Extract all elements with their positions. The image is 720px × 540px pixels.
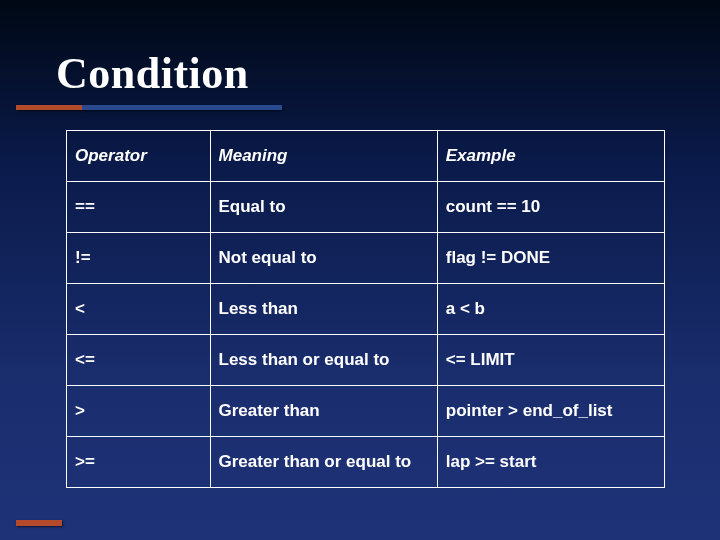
table-row: < Less than a < b: [67, 284, 665, 335]
table-row: <= Less than or equal to <= LIMIT: [67, 335, 665, 386]
table-row: > Greater than pointer > end_of_list: [67, 386, 665, 437]
accent-bar-long: [82, 105, 282, 110]
table-container: Operator Meaning Example == Equal to cou…: [66, 130, 665, 488]
cell-operator: ==: [67, 182, 211, 233]
cell-meaning: Greater than or equal to: [210, 437, 437, 488]
cell-example: lap >= start: [437, 437, 664, 488]
accent-bar-short: [16, 105, 86, 110]
header-operator: Operator: [67, 131, 211, 182]
cell-example: a < b: [437, 284, 664, 335]
footer-accent-bar: [16, 520, 62, 526]
table-row: == Equal to count == 10: [67, 182, 665, 233]
cell-operator: >: [67, 386, 211, 437]
table-row: >= Greater than or equal to lap >= start: [67, 437, 665, 488]
cell-example: count == 10: [437, 182, 664, 233]
cell-operator: <=: [67, 335, 211, 386]
header-example: Example: [437, 131, 664, 182]
header-meaning: Meaning: [210, 131, 437, 182]
cell-meaning: Equal to: [210, 182, 437, 233]
title-area: Condition: [56, 48, 664, 111]
cell-operator: <: [67, 284, 211, 335]
table-header-row: Operator Meaning Example: [67, 131, 665, 182]
cell-meaning: Greater than: [210, 386, 437, 437]
condition-table: Operator Meaning Example == Equal to cou…: [66, 130, 665, 488]
cell-example: <= LIMIT: [437, 335, 664, 386]
cell-example: pointer > end_of_list: [437, 386, 664, 437]
table-row: != Not equal to flag != DONE: [67, 233, 665, 284]
cell-operator: !=: [67, 233, 211, 284]
cell-meaning: Not equal to: [210, 233, 437, 284]
cell-meaning: Less than: [210, 284, 437, 335]
cell-meaning: Less than or equal to: [210, 335, 437, 386]
title-underline: [56, 105, 664, 111]
slide-title: Condition: [56, 48, 664, 99]
cell-operator: >=: [67, 437, 211, 488]
cell-example: flag != DONE: [437, 233, 664, 284]
